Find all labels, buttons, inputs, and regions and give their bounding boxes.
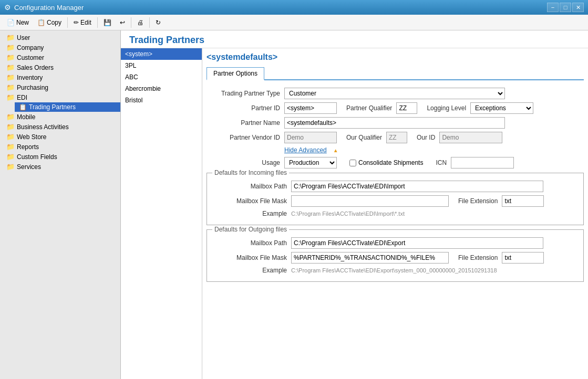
sidebar-item-business-activities[interactable]: 📁 Business Activities bbox=[0, 122, 120, 132]
folder-icon: 📁 bbox=[6, 44, 15, 51]
file-extension-incoming-input[interactable] bbox=[502, 195, 544, 207]
folder-icon: 📁 bbox=[6, 83, 15, 91]
example-incoming-label: Example bbox=[213, 210, 287, 217]
consolidate-shipments-checkbox[interactable] bbox=[349, 160, 356, 166]
sidebar-item-custom-fields[interactable]: 📁 Custom Fields bbox=[0, 152, 120, 162]
our-id-input[interactable] bbox=[439, 132, 502, 143]
mailbox-path-outgoing-label: Mailbox Path bbox=[213, 239, 287, 247]
partner-item-abercrombie[interactable]: Abercrombie bbox=[121, 83, 202, 94]
file-extension-outgoing-label: File Extension bbox=[458, 254, 498, 261]
folder-icon: 📁 bbox=[6, 34, 15, 41]
icn-input[interactable] bbox=[451, 157, 514, 169]
undo-button[interactable]: ↩ bbox=[116, 16, 129, 29]
hide-advanced-link[interactable]: Hide Advanced bbox=[284, 146, 327, 154]
partner-item-bristol[interactable]: Bristol bbox=[121, 94, 202, 106]
partner-item-abc[interactable]: ABC bbox=[121, 71, 202, 83]
folder-icon: 📁 bbox=[6, 163, 15, 171]
sidebar-item-customer[interactable]: 📁 Customer bbox=[0, 52, 120, 62]
example-incoming-value: C:\Program Files\ACCTivate\EDI\Import\*.… bbox=[291, 210, 405, 217]
our-qualifier-label: Our Qualifier bbox=[346, 134, 382, 141]
minimize-button[interactable]: − bbox=[547, 3, 559, 12]
partner-title: <systemdefaults> bbox=[207, 52, 584, 62]
maximize-button[interactable]: □ bbox=[560, 3, 571, 12]
mailbox-path-outgoing-row: Mailbox Path bbox=[213, 237, 577, 249]
folder-icon: 📁 bbox=[6, 153, 15, 161]
refresh-icon: ↻ bbox=[156, 19, 161, 26]
partner-id-label: Partner ID bbox=[207, 104, 280, 112]
folder-icon: 📁 bbox=[6, 73, 15, 81]
print-button[interactable]: 🖨 bbox=[133, 16, 147, 29]
sidebar-item-edi[interactable]: 📁 EDI bbox=[0, 92, 120, 102]
mailbox-path-outgoing-input[interactable] bbox=[291, 237, 543, 249]
usage-select[interactable]: Production Test bbox=[284, 157, 337, 169]
outgoing-group-label: Defaults for Outgoing files bbox=[212, 226, 289, 233]
example-outgoing-value: C:\Program Files\ACCTivate\EDI\Export\sy… bbox=[291, 267, 497, 273]
sidebar-item-label: User bbox=[17, 34, 30, 41]
mailbox-path-incoming-input[interactable] bbox=[291, 181, 543, 192]
example-outgoing-row: Example C:\Program Files\ACCTivate\EDI\E… bbox=[213, 267, 577, 274]
save-button[interactable]: 💾 bbox=[100, 16, 115, 29]
sidebar-item-reports[interactable]: 📁 Reports bbox=[0, 142, 120, 152]
copy-button[interactable]: 📋 Copy bbox=[34, 16, 65, 29]
tab-partner-options[interactable]: Partner Options bbox=[207, 67, 264, 80]
content-header: Trading Partners bbox=[121, 30, 588, 48]
partner-name-row: Partner Name bbox=[207, 117, 584, 129]
sidebar-item-sales-orders[interactable]: 📁 Sales Orders bbox=[0, 62, 120, 72]
partner-item-3pl[interactable]: 3PL bbox=[121, 60, 202, 71]
form-section: Trading Partner Type Customer Vendor Car… bbox=[207, 86, 584, 290]
our-qualifier-input[interactable] bbox=[386, 132, 407, 143]
partner-vendor-id-input[interactable] bbox=[284, 132, 337, 143]
mailbox-file-mask-incoming-row: Mailbox File Mask File Extension bbox=[213, 195, 577, 207]
example-incoming-row: Example C:\Program Files\ACCTivate\EDI\I… bbox=[213, 210, 577, 217]
file-extension-incoming-label: File Extension bbox=[458, 197, 498, 205]
sidebar-item-services[interactable]: 📁 Services bbox=[0, 162, 120, 172]
new-icon: 📄 bbox=[7, 19, 15, 26]
mailbox-file-mask-incoming-input[interactable] bbox=[291, 195, 449, 207]
edit-icon: ✏ bbox=[74, 19, 79, 26]
main-container: 📁 User 📁 Company 📁 Customer 📁 Sales Orde… bbox=[0, 30, 588, 379]
usage-row: Usage Production Test Consolidate Shipme… bbox=[207, 157, 584, 169]
window-controls: − □ ✕ bbox=[547, 3, 584, 12]
partner-vendor-id-label: Partner Vendor ID bbox=[207, 134, 280, 141]
partner-name-input[interactable] bbox=[284, 117, 505, 129]
new-button[interactable]: 📄 New bbox=[3, 16, 33, 29]
folder-icon: 📁 bbox=[6, 133, 15, 141]
partner-name-label: Partner Name bbox=[207, 119, 280, 127]
app-title: Configuration Manager bbox=[14, 4, 84, 12]
sidebar-item-user[interactable]: 📁 User bbox=[0, 33, 120, 43]
mailbox-path-incoming-label: Mailbox Path bbox=[213, 183, 287, 190]
mailbox-file-mask-outgoing-input[interactable] bbox=[291, 252, 449, 264]
our-id-label: Our ID bbox=[417, 134, 435, 141]
sidebar-item-web-store[interactable]: 📁 Web Store bbox=[0, 132, 120, 142]
sidebar-item-mobile[interactable]: 📁 Mobile bbox=[0, 112, 120, 122]
sidebar-item-inventory[interactable]: 📁 Inventory bbox=[0, 72, 120, 82]
sidebar-item-label: Business Activities bbox=[17, 123, 69, 131]
hide-advanced-row: Hide Advanced ▲ bbox=[207, 146, 584, 154]
sidebar-item-trading-partners[interactable]: 📋 Trading Partners bbox=[15, 102, 120, 112]
sidebar-item-label: Mobile bbox=[17, 113, 35, 121]
undo-icon: ↩ bbox=[120, 19, 125, 26]
partner-id-input[interactable] bbox=[284, 102, 337, 114]
sidebar-item-label: EDI bbox=[17, 94, 27, 101]
folder-icon: 📁 bbox=[6, 113, 15, 121]
separator-1 bbox=[67, 17, 68, 28]
close-button[interactable]: ✕ bbox=[572, 3, 584, 12]
sidebar-item-label: Services bbox=[17, 163, 41, 171]
refresh-button[interactable]: ↻ bbox=[152, 16, 164, 29]
logging-level-select[interactable]: Exceptions All None bbox=[470, 102, 533, 114]
partner-item-system[interactable]: <system> bbox=[121, 48, 202, 60]
partner-qualifier-input[interactable] bbox=[396, 102, 417, 114]
separator-4 bbox=[149, 17, 150, 28]
separator-2 bbox=[97, 17, 98, 28]
folder-icon: 📁 bbox=[6, 93, 15, 101]
app-icon: ⚙ bbox=[4, 3, 11, 12]
edit-button[interactable]: ✏ Edit bbox=[70, 16, 95, 29]
icn-label: ICN bbox=[436, 159, 447, 166]
file-extension-outgoing-input[interactable] bbox=[502, 252, 544, 264]
sidebar-item-company[interactable]: 📁 Company bbox=[0, 43, 120, 52]
page-title: Trading Partners bbox=[129, 35, 580, 46]
trading-partner-type-select[interactable]: Customer Vendor Carrier bbox=[284, 88, 505, 99]
sidebar-item-label: Sales Orders bbox=[17, 64, 54, 71]
sidebar-item-purchasing[interactable]: 📁 Purchasing bbox=[0, 82, 120, 92]
incoming-group-box: Defaults for Incoming files Mailbox Path… bbox=[207, 173, 584, 225]
